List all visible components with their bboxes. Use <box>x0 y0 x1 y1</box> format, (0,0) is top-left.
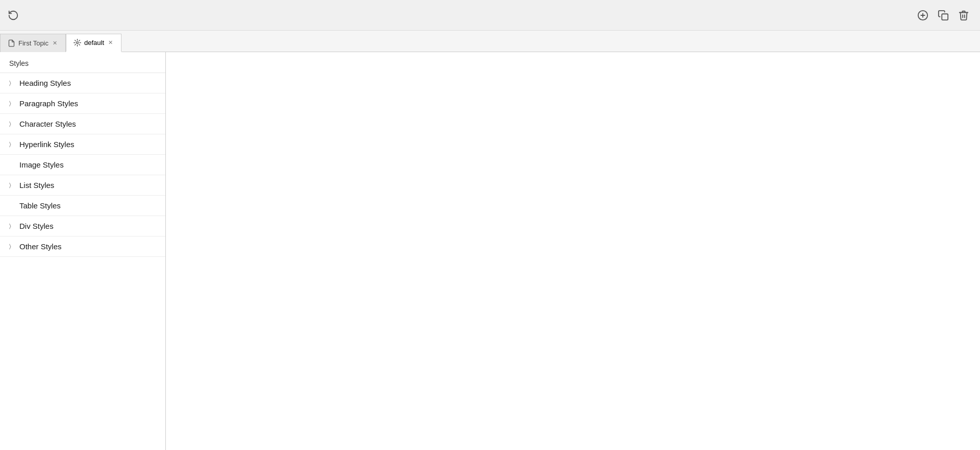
list-styles-chevron: 〉 <box>9 182 15 188</box>
image-styles-label: Image Styles <box>19 160 64 169</box>
tab-first-topic-label: First Topic <box>18 39 48 47</box>
character-styles-group[interactable]: 〉 Character Styles <box>0 114 165 134</box>
content-area <box>166 52 980 450</box>
toolbar-right <box>915 7 972 23</box>
heading-styles-label: Heading Styles <box>19 79 71 87</box>
hyperlink-styles-label: Hyperlink Styles <box>19 140 75 149</box>
paragraph-styles-group[interactable]: 〉 Paragraph Styles <box>0 93 165 114</box>
div-styles-label: Div Styles <box>19 222 54 230</box>
copy-button[interactable] <box>935 7 951 23</box>
character-styles-chevron: 〉 <box>9 121 15 127</box>
add-icon <box>917 10 928 21</box>
tab-first-topic[interactable]: First Topic ✕ <box>0 34 66 52</box>
hyperlink-styles-group[interactable]: 〉 Hyperlink Styles <box>0 134 165 155</box>
heading-styles-chevron: 〉 <box>9 80 15 86</box>
refresh-icon <box>8 10 19 21</box>
tab-default[interactable]: default ✕ <box>66 34 121 52</box>
other-styles-chevron: 〉 <box>9 243 15 250</box>
table-styles-group[interactable]: Table Styles <box>0 196 165 216</box>
delete-button[interactable] <box>955 7 972 23</box>
toolbar-left <box>5 7 21 23</box>
app-container: First Topic ✕ default ✕ Styles 〉 Heading… <box>0 0 980 450</box>
list-styles-label: List Styles <box>19 181 54 190</box>
tab-first-topic-close[interactable]: ✕ <box>52 40 58 46</box>
table-styles-label: Table Styles <box>19 201 61 210</box>
copy-icon <box>938 10 949 21</box>
svg-point-4 <box>77 42 79 44</box>
sidebar: Styles 〉 Heading Styles 〉 Paragraph Styl… <box>0 52 166 450</box>
image-styles-group[interactable]: Image Styles <box>0 155 165 175</box>
tab-default-label: default <box>84 39 104 46</box>
character-styles-label: Character Styles <box>19 120 76 128</box>
div-styles-chevron: 〉 <box>9 223 15 229</box>
tab-default-close[interactable]: ✕ <box>107 39 114 46</box>
toolbar <box>0 0 980 31</box>
add-button[interactable] <box>915 7 931 23</box>
other-styles-label: Other Styles <box>19 242 62 251</box>
tab-bar: First Topic ✕ default ✕ <box>0 31 980 52</box>
heading-styles-group[interactable]: 〉 Heading Styles <box>0 73 165 93</box>
other-styles-group[interactable]: 〉 Other Styles <box>0 236 165 257</box>
main-area: Styles 〉 Heading Styles 〉 Paragraph Styl… <box>0 52 980 450</box>
svg-rect-3 <box>942 14 948 20</box>
paragraph-styles-chevron: 〉 <box>9 100 15 107</box>
list-styles-group[interactable]: 〉 List Styles <box>0 175 165 196</box>
paragraph-styles-label: Paragraph Styles <box>19 99 78 108</box>
refresh-button[interactable] <box>5 7 21 23</box>
styles-icon <box>74 39 81 46</box>
sidebar-title: Styles <box>0 52 165 73</box>
delete-icon <box>958 10 969 21</box>
div-styles-group[interactable]: 〉 Div Styles <box>0 216 165 236</box>
document-icon <box>8 39 15 47</box>
hyperlink-styles-chevron: 〉 <box>9 141 15 148</box>
